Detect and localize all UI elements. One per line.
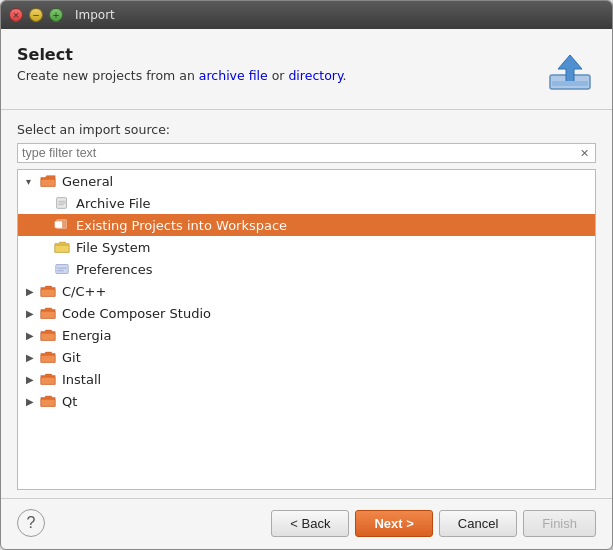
tree-item-label-install: Install (62, 372, 101, 387)
header-description: Create new projects from an archive file… (17, 68, 347, 83)
close-button[interactable]: × (9, 8, 23, 22)
tree-item-general[interactable]: ▾ General (18, 170, 595, 192)
maximize-icon: + (52, 10, 60, 20)
close-icon: × (12, 10, 20, 20)
tree-item-label-git: Git (62, 350, 81, 365)
filter-section: Select an import source: ✕ (17, 122, 596, 169)
import-icon (544, 45, 596, 97)
finish-button[interactable]: Finish (523, 510, 596, 537)
expand-arrow-energia: ▶ (26, 330, 40, 341)
projects-icon (54, 218, 72, 232)
tree-item-label-cpp: C/C++ (62, 284, 106, 299)
expand-arrow-cpp: ▶ (26, 286, 40, 297)
window-title: Import (75, 8, 115, 22)
tree-item-energia[interactable]: ▶ Energia (18, 324, 595, 346)
nav-buttons: < Back Next > Cancel Finish (271, 510, 596, 537)
file-icon-archive (54, 196, 72, 210)
tree-item-git[interactable]: ▶ Git (18, 346, 595, 368)
footer-buttons: ? < Back Next > Cancel Finish (17, 499, 596, 549)
tree-item-qt[interactable]: ▶ Qt (18, 390, 595, 412)
tree-item-label-general: General (62, 174, 113, 189)
directory-link[interactable]: directory (288, 68, 342, 83)
tree-item-label-ccs: Code Composer Studio (62, 306, 211, 321)
tree-items-list: ▾ General (18, 170, 595, 412)
tree-scroll[interactable]: ▾ General (18, 170, 595, 489)
filter-input[interactable] (22, 146, 578, 160)
folder-icon-cpp (40, 284, 58, 298)
page-title: Select (17, 45, 347, 64)
folder-icon-fs (54, 240, 72, 254)
header-separator (1, 109, 612, 110)
tree-item-archive-file[interactable]: Archive File (18, 192, 595, 214)
folder-icon-ccs (40, 306, 58, 320)
cancel-button[interactable]: Cancel (439, 510, 517, 537)
expand-arrow-install: ▶ (26, 374, 40, 385)
expand-arrow-general: ▾ (26, 176, 40, 187)
tree-item-code-composer[interactable]: ▶ Code Composer Studio (18, 302, 595, 324)
svg-rect-9 (56, 265, 68, 274)
main-content: Select Create new projects from an archi… (1, 29, 612, 549)
folder-icon-general (40, 174, 58, 188)
header-text: Select Create new projects from an archi… (17, 45, 347, 83)
folder-icon-energia (40, 328, 58, 342)
folder-icon-qt (40, 394, 58, 408)
tree-item-label-archive: Archive File (76, 196, 151, 211)
svg-rect-2 (552, 81, 588, 86)
tree-item-preferences[interactable]: Preferences (18, 258, 595, 280)
tree-item-label-qt: Qt (62, 394, 77, 409)
import-dialog: × − + Import Select Create new projects … (0, 0, 613, 550)
folder-icon-git (40, 350, 58, 364)
tree-item-label-energia: Energia (62, 328, 111, 343)
footer: ? < Back Next > Cancel Finish (17, 490, 596, 549)
prefs-icon (54, 262, 72, 276)
filter-input-wrapper: ✕ (17, 143, 596, 163)
clear-filter-button[interactable]: ✕ (578, 147, 591, 160)
minimize-icon: − (32, 10, 40, 20)
help-button[interactable]: ? (17, 509, 45, 537)
expand-arrow-git: ▶ (26, 352, 40, 363)
import-svg-icon (546, 47, 594, 95)
expand-arrow-ccs: ▶ (26, 308, 40, 319)
tree-item-label-prefs: Preferences (76, 262, 152, 277)
maximize-button[interactable]: + (49, 8, 63, 22)
filter-label: Select an import source: (17, 122, 596, 137)
back-button[interactable]: < Back (271, 510, 349, 537)
tree-item-existing-projects[interactable]: Existing Projects into Workspace (18, 214, 595, 236)
svg-rect-8 (57, 220, 67, 229)
minimize-button[interactable]: − (29, 8, 43, 22)
header-section: Select Create new projects from an archi… (17, 45, 596, 97)
tree-item-cpp[interactable]: ▶ C/C++ (18, 280, 595, 302)
tree-container: ▾ General (17, 169, 596, 490)
tree-item-label-fs: File System (76, 240, 150, 255)
next-button[interactable]: Next > (355, 510, 432, 537)
titlebar: × − + Import (1, 1, 612, 29)
tree-item-file-system[interactable]: File System (18, 236, 595, 258)
archive-link[interactable]: archive file (199, 68, 268, 83)
folder-icon-install (40, 372, 58, 386)
tree-item-label-existing: Existing Projects into Workspace (76, 218, 287, 233)
tree-item-install[interactable]: ▶ Install (18, 368, 595, 390)
expand-arrow-qt: ▶ (26, 396, 40, 407)
